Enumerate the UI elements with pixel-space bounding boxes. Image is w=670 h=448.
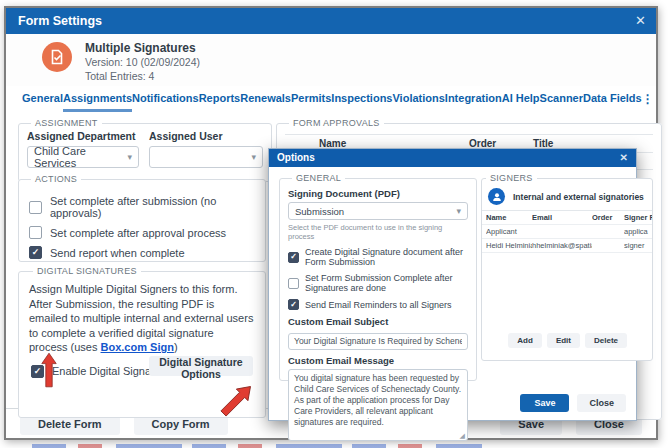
checkbox-label: Create Digital Signature document after … bbox=[305, 247, 468, 267]
resize-handle-icon[interactable]: ◢ bbox=[460, 432, 465, 440]
cell-name: Heidi Helminiak bbox=[486, 241, 532, 250]
form-approvals-legend: FORM APPROVALS bbox=[289, 118, 384, 128]
checkbox-label: Set complete after approval process bbox=[50, 227, 226, 239]
checkbox-label: Send Email Reminders to all Signers bbox=[305, 300, 452, 310]
tab-bar: General Assignments Notifications Report… bbox=[6, 86, 656, 112]
signing-document-select[interactable]: Submission ▾ bbox=[288, 202, 468, 220]
actions-section: ACTIONS ✓ Set complete after submission … bbox=[18, 174, 266, 262]
description-text: ) bbox=[174, 341, 178, 353]
delete-signer-button[interactable]: Delete bbox=[585, 333, 627, 348]
checkbox-set-complete-submission[interactable]: ✓ bbox=[29, 201, 42, 214]
form-info-header: Multiple Signatures Version: 10 (02/09/2… bbox=[6, 34, 656, 86]
clipped-page-text bbox=[32, 444, 482, 448]
signers-header: Internal and external signatories bbox=[482, 185, 652, 210]
options-dialog: Options ✕ GENERAL Signing Document (PDF)… bbox=[268, 148, 637, 421]
assignment-section: ASSIGNMENT Assigned Department Child Car… bbox=[18, 118, 272, 182]
form-version: Version: 10 (02/09/2024) bbox=[85, 55, 200, 69]
digital-signatures-section: DIGITAL SIGNATURES Assign Multiple Digit… bbox=[18, 266, 266, 418]
assigned-department-label: Assigned Department bbox=[27, 130, 139, 142]
tab-violations[interactable]: Violations bbox=[392, 92, 444, 109]
edit-signer-button[interactable]: Edit bbox=[547, 333, 580, 348]
actions-legend: ACTIONS bbox=[31, 174, 81, 184]
custom-email-subject-label: Custom Email Subject bbox=[288, 316, 468, 327]
person-icon bbox=[488, 188, 505, 205]
boxcom-sign-link[interactable]: Box.com Sign bbox=[101, 341, 174, 353]
column-signer-role: Signer F bbox=[624, 213, 653, 222]
close-icon[interactable]: ✕ bbox=[620, 149, 628, 167]
tab-overflow-icon[interactable]: ⋮ bbox=[642, 92, 654, 106]
tab-general[interactable]: General bbox=[22, 92, 63, 109]
assignment-legend: ASSIGNMENT bbox=[31, 118, 102, 128]
signers-buttons: Add Edit Delete bbox=[481, 333, 633, 348]
cell-email: hhelminiak@spatialdat bbox=[532, 241, 592, 250]
form-total-entries: Total Entries: 4 bbox=[85, 69, 200, 83]
assigned-user-label: Assigned User bbox=[149, 130, 263, 142]
signers-legend: SIGNERS bbox=[486, 173, 537, 183]
custom-email-message-label: Custom Email Message bbox=[288, 355, 468, 366]
add-signer-button[interactable]: Add bbox=[508, 333, 542, 348]
checkbox-row: ✓ Create Digital Signature document afte… bbox=[288, 247, 468, 267]
assigned-department-value: Child Care Services bbox=[34, 145, 127, 169]
options-close-button[interactable]: Close bbox=[577, 394, 626, 412]
tab-inspections[interactable]: Inspections bbox=[331, 92, 392, 109]
checkbox-set-submission-complete[interactable]: ✓ bbox=[288, 278, 299, 289]
form-name: Multiple Signatures bbox=[85, 41, 200, 55]
general-section: GENERAL Signing Document (PDF) Submissio… bbox=[279, 173, 477, 381]
options-titlebar: Options ✕ bbox=[269, 149, 636, 167]
tab-renewals[interactable]: Renewals bbox=[240, 92, 291, 109]
checkbox-row: ✓ Set Form Submission Complete after Sig… bbox=[288, 273, 468, 293]
checkbox-send-report[interactable]: ✓ bbox=[29, 246, 42, 259]
cell-name: Applicant bbox=[486, 227, 532, 236]
digital-signatures-legend: DIGITAL SIGNATURES bbox=[33, 266, 141, 276]
assigned-department-select[interactable]: Child Care Services ▾ bbox=[27, 146, 139, 168]
options-title: Options bbox=[277, 152, 315, 163]
tab-permits[interactable]: Permits bbox=[291, 92, 331, 109]
signing-document-help: Select the PDF document to use in the si… bbox=[288, 223, 468, 241]
assigned-user-select[interactable]: ▾ bbox=[149, 146, 263, 168]
chevron-down-icon: ▾ bbox=[251, 152, 256, 162]
table-row[interactable]: Applicant applica bbox=[482, 225, 652, 239]
general-legend: GENERAL bbox=[292, 173, 345, 183]
chevron-down-icon: ▾ bbox=[127, 152, 132, 162]
tab-data-fields[interactable]: Data Fields bbox=[583, 92, 642, 109]
checkbox-row: ✓ Set complete after submission (no appr… bbox=[29, 195, 255, 219]
column-order: Order bbox=[592, 213, 624, 222]
custom-email-subject-input[interactable] bbox=[288, 333, 468, 350]
signing-document-label: Signing Document (PDF) bbox=[288, 188, 468, 199]
form-document-icon bbox=[42, 42, 72, 72]
checkbox-send-email-reminders[interactable]: ✓ bbox=[288, 299, 299, 310]
checkbox-label: Set Form Submission Complete after Signa… bbox=[305, 273, 468, 293]
form-settings-titlebar: Form Settings ✕ bbox=[6, 8, 656, 34]
checkbox-label: Set complete after submission (no approv… bbox=[50, 195, 255, 219]
annotation-arrow-up-icon bbox=[41, 352, 57, 388]
column-name: Name bbox=[486, 213, 532, 222]
tab-assignments[interactable]: Assignments bbox=[63, 92, 132, 112]
column-email: Email bbox=[532, 213, 592, 222]
checkbox-set-complete-approval[interactable]: ✓ bbox=[29, 226, 42, 239]
tab-ai-help[interactable]: AI Help bbox=[502, 92, 540, 109]
table-header-row: Name Email Order Signer F bbox=[482, 211, 652, 225]
cell-signer-role: signer bbox=[624, 241, 653, 250]
options-footer: Save Close bbox=[520, 394, 626, 412]
tab-scanner[interactable]: Scanner bbox=[540, 92, 583, 109]
options-save-button[interactable]: Save bbox=[520, 394, 569, 412]
tab-notifications[interactable]: Notifications bbox=[132, 92, 199, 109]
signers-title: Internal and external signatories bbox=[513, 192, 644, 202]
signing-document-value: Submission bbox=[295, 206, 344, 217]
checkbox-create-digital-signature[interactable]: ✓ bbox=[288, 252, 299, 263]
chevron-down-icon: ▾ bbox=[456, 206, 461, 216]
dialog-title: Form Settings bbox=[18, 14, 102, 28]
checkbox-row: ✓ Send report when complete bbox=[29, 246, 255, 259]
checkbox-label: Send report when complete bbox=[50, 247, 185, 259]
tab-reports[interactable]: Reports bbox=[199, 92, 241, 109]
checkbox-row: ✓ Set complete after approval process bbox=[29, 226, 255, 239]
checkbox-row: ✓ Send Email Reminders to all Signers bbox=[288, 299, 468, 310]
screen: Form Settings ✕ Multiple Signatures Vers… bbox=[0, 0, 670, 448]
custom-email-message-textarea[interactable]: You digital signature has been requested… bbox=[288, 369, 468, 441]
signers-table: Name Email Order Signer F Applicant appl… bbox=[482, 210, 652, 253]
tab-integration[interactable]: Integration bbox=[445, 92, 502, 109]
close-icon[interactable]: ✕ bbox=[635, 8, 646, 34]
cell-signer-role: applica bbox=[624, 227, 653, 236]
table-row[interactable]: Heidi Helminiak hhelminiak@spatialdat si… bbox=[482, 239, 652, 253]
digital-signatures-description: Assign Multiple Digital Signers to this … bbox=[29, 282, 255, 355]
